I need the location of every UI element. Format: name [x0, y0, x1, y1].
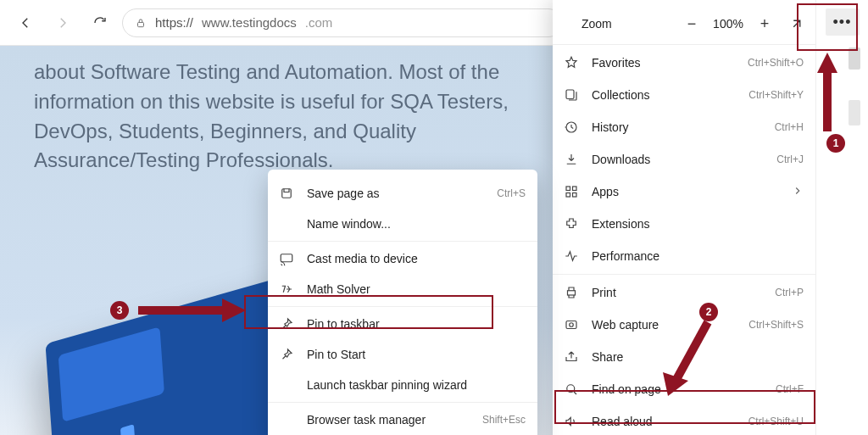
share-icon — [563, 349, 580, 365]
math-icon — [278, 281, 295, 298]
settings-menu-button[interactable]: ••• — [826, 8, 860, 36]
url-protocol: https:// — [155, 15, 193, 30]
more-tools-submenu: Save page as Ctrl+S Name window... Cast … — [268, 170, 537, 435]
read-aloud-icon — [563, 413, 580, 430]
svg-rect-8 — [566, 321, 576, 329]
svg-marker-18 — [222, 298, 246, 322]
svg-rect-6 — [573, 193, 577, 198]
url-host: www.testingdocs — [202, 15, 297, 30]
annotation-badge-3: 3 — [110, 301, 129, 320]
submenu-pin-to-taskbar[interactable]: Pin to taskbar — [268, 309, 537, 339]
zoom-row: Zoom − 100% + — [553, 5, 815, 42]
menu-item-print[interactable]: Print Ctrl+P — [553, 276, 815, 309]
annotation-badge-2: 2 — [699, 303, 718, 321]
svg-rect-3 — [566, 187, 570, 191]
svg-point-10 — [567, 385, 575, 393]
annotation-arrow-3 — [134, 292, 253, 337]
zoom-in-button[interactable]: + — [749, 8, 780, 39]
menu-item-collections[interactable]: Collections Ctrl+Shift+Y — [553, 79, 815, 111]
save-icon — [278, 185, 295, 202]
pin-icon — [278, 346, 295, 363]
zoom-out-button[interactable]: − — [676, 8, 707, 39]
submenu-name-window[interactable]: Name window... — [268, 209, 537, 239]
annotation-arrow-1 — [812, 51, 846, 139]
svg-rect-5 — [566, 193, 570, 198]
menu-item-extensions[interactable]: Extensions — [553, 208, 815, 240]
menu-item-downloads[interactable]: Downloads Ctrl+J — [553, 143, 815, 176]
page-paragraph: about Software Testing and Automation. M… — [34, 58, 509, 176]
performance-icon — [563, 248, 580, 265]
fullscreen-button[interactable] — [782, 8, 812, 39]
submenu-math-solver[interactable]: Math Solver — [268, 274, 537, 304]
menu-item-history[interactable]: History Ctrl+H — [553, 111, 815, 143]
submenu-browser-task-manager[interactable]: Browser task manager Shift+Esc — [268, 404, 537, 435]
apps-icon — [563, 183, 580, 200]
url-tld: .com — [305, 15, 333, 30]
svg-line-15 — [674, 322, 708, 384]
svg-rect-4 — [573, 187, 577, 191]
annotation-arrow-2 — [661, 318, 729, 406]
menu-item-performance[interactable]: Performance — [553, 240, 815, 272]
back-button[interactable] — [10, 8, 41, 38]
zoom-percent: 100% — [707, 17, 749, 31]
svg-marker-14 — [817, 53, 837, 73]
chevron-right-icon — [792, 185, 804, 199]
scrollbar-thumb[interactable] — [849, 47, 860, 70]
svg-rect-12 — [281, 254, 292, 262]
submenu-save-page-as[interactable]: Save page as Ctrl+S — [268, 178, 537, 209]
pin-icon — [278, 315, 295, 332]
submenu-pin-to-start[interactable]: Pin to Start — [268, 339, 537, 370]
star-icon — [563, 54, 580, 71]
collections-icon — [563, 86, 580, 103]
svg-rect-1 — [566, 90, 574, 99]
submenu-launch-pinning-wizard[interactable]: Launch taskbar pinning wizard — [268, 370, 537, 400]
history-icon — [563, 119, 580, 136]
lock-icon — [135, 17, 147, 29]
print-icon — [563, 284, 580, 301]
annotation-badge-1: 1 — [826, 134, 845, 153]
extensions-icon — [563, 215, 580, 232]
svg-rect-7 — [568, 291, 576, 295]
download-icon — [563, 151, 580, 168]
refresh-button[interactable] — [85, 8, 115, 38]
zoom-label: Zoom — [581, 17, 676, 31]
svg-rect-11 — [282, 189, 292, 198]
menu-item-apps[interactable]: Apps — [553, 176, 815, 208]
cast-icon — [278, 250, 295, 267]
menu-item-favorites[interactable]: Favorites Ctrl+Shift+O — [553, 47, 815, 79]
svg-point-9 — [570, 323, 574, 327]
svg-rect-0 — [138, 22, 144, 26]
scrollbar-track-mark — [849, 100, 860, 125]
web-capture-icon — [563, 316, 580, 333]
forward-button[interactable] — [47, 8, 78, 38]
submenu-cast-media[interactable]: Cast media to device — [268, 243, 537, 274]
menu-item-read-aloud[interactable]: Read aloud Ctrl+Shift+U — [553, 405, 815, 435]
address-bar[interactable]: https://www.testingdocs.com — [122, 8, 563, 37]
find-icon — [563, 381, 580, 398]
